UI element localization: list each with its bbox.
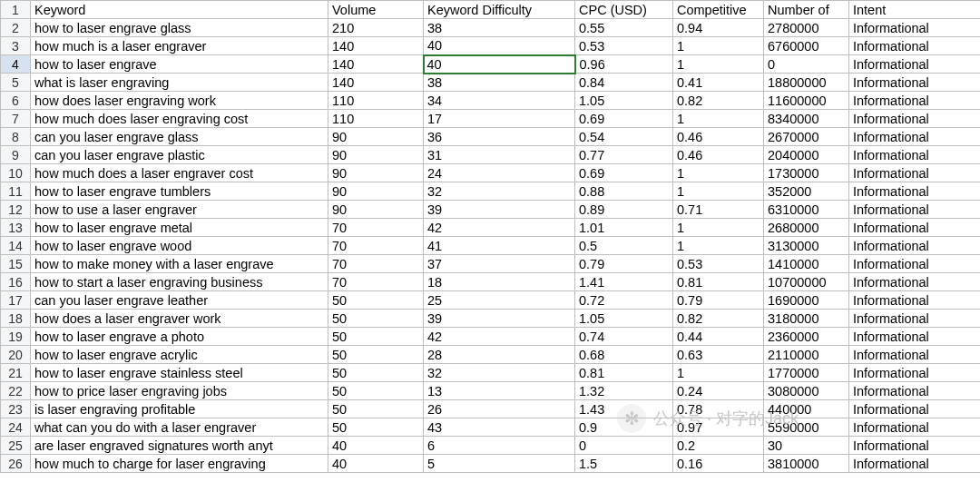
cell-e[interactable]: 1 — [673, 219, 764, 237]
cell-b[interactable]: 50 — [328, 310, 424, 328]
cell-d[interactable]: 1.01 — [575, 219, 673, 237]
row-number[interactable]: 7 — [1, 110, 31, 128]
cell-a[interactable]: what is laser engraving — [31, 74, 328, 92]
cell-b[interactable]: 50 — [328, 364, 424, 382]
cell-d[interactable]: 1.41 — [575, 273, 673, 291]
cell-g[interactable]: Informational — [849, 201, 981, 219]
cell-g[interactable]: Informational — [849, 110, 981, 128]
cell-e[interactable]: 0.82 — [673, 92, 764, 110]
cell-a[interactable]: how much is a laser engraver — [31, 37, 328, 55]
cell-e[interactable]: 0.97 — [673, 418, 764, 437]
cell-c[interactable]: 36 — [424, 128, 575, 146]
cell-a[interactable]: what can you do with a laser engraver — [31, 418, 328, 437]
cell-d[interactable]: 0.74 — [575, 328, 673, 346]
row-number-header[interactable]: 1 — [1, 1, 31, 19]
spreadsheet-table[interactable]: 1KeywordVolumeKeyword DifficultyCPC (USD… — [0, 0, 980, 473]
cell-f[interactable]: 3180000 — [764, 310, 849, 328]
cell-d[interactable]: 0.54 — [575, 128, 673, 146]
cell-e[interactable]: 0.41 — [673, 74, 764, 92]
cell-f[interactable]: 3130000 — [764, 237, 849, 255]
row-number[interactable]: 6 — [1, 92, 31, 110]
cell-f[interactable]: 2040000 — [764, 146, 849, 164]
cell-c[interactable]: 39 — [424, 310, 575, 328]
cell-d[interactable]: 0.77 — [575, 146, 673, 164]
cell-f[interactable]: 1410000 — [764, 255, 849, 273]
cell-c[interactable]: 31 — [424, 146, 575, 164]
cell-f[interactable]: 6310000 — [764, 201, 849, 219]
cell-g[interactable]: Informational — [849, 455, 981, 473]
cell-b[interactable]: 110 — [328, 92, 424, 110]
cell-d[interactable]: 0.84 — [575, 74, 673, 92]
cell-c[interactable]: 18 — [424, 273, 575, 291]
cell-a[interactable]: how to laser engrave metal — [31, 219, 328, 237]
cell-b[interactable]: 70 — [328, 219, 424, 237]
cell-d[interactable]: 0.88 — [575, 182, 673, 201]
cell-b[interactable]: 140 — [328, 37, 424, 55]
cell-a[interactable]: how much does laser engraving cost — [31, 110, 328, 128]
cell-b[interactable]: 90 — [328, 182, 424, 201]
row-number[interactable]: 14 — [1, 237, 31, 255]
cell-a[interactable]: how to use a laser engraver — [31, 201, 328, 219]
cell-f[interactable]: 30 — [764, 437, 849, 455]
cell-d[interactable]: 0.53 — [575, 37, 673, 55]
cell-b[interactable]: 70 — [328, 237, 424, 255]
row-number[interactable]: 17 — [1, 291, 31, 310]
cell-e[interactable]: 1 — [673, 55, 764, 74]
cell-c[interactable]: 34 — [424, 92, 575, 110]
cell-a[interactable]: how much to charge for laser engraving — [31, 455, 328, 473]
cell-d[interactable]: 0.69 — [575, 164, 673, 182]
header-a[interactable]: Keyword — [31, 1, 328, 19]
cell-a[interactable]: how does laser engraving work — [31, 92, 328, 110]
cell-d[interactable]: 0.81 — [575, 364, 673, 382]
cell-f[interactable]: 1730000 — [764, 164, 849, 182]
cell-e[interactable]: 0.16 — [673, 455, 764, 473]
row-number[interactable]: 24 — [1, 418, 31, 437]
cell-c[interactable]: 42 — [424, 328, 575, 346]
cell-a[interactable]: can you laser engrave plastic — [31, 146, 328, 164]
cell-d[interactable]: 1.32 — [575, 382, 673, 400]
cell-b[interactable]: 110 — [328, 110, 424, 128]
cell-f[interactable]: 2680000 — [764, 219, 849, 237]
header-b[interactable]: Volume — [328, 1, 424, 19]
cell-c[interactable]: 13 — [424, 382, 575, 400]
cell-d[interactable]: 0.5 — [575, 237, 673, 255]
cell-a[interactable]: is laser engraving profitable — [31, 400, 328, 418]
cell-f[interactable]: 440000 — [764, 400, 849, 418]
cell-d[interactable]: 0 — [575, 437, 673, 455]
cell-g[interactable]: Informational — [849, 437, 981, 455]
cell-g[interactable]: Informational — [849, 219, 981, 237]
cell-g[interactable]: Informational — [849, 164, 981, 182]
cell-d[interactable]: 0.69 — [575, 110, 673, 128]
cell-a[interactable]: how to laser engrave stainless steel — [31, 364, 328, 382]
cell-a[interactable]: how to laser engrave wood — [31, 237, 328, 255]
cell-d[interactable]: 1.05 — [575, 310, 673, 328]
cell-a[interactable]: how to laser engrave — [31, 55, 328, 74]
row-number[interactable]: 19 — [1, 328, 31, 346]
cell-c[interactable]: 39 — [424, 201, 575, 219]
cell-g[interactable]: Informational — [849, 237, 981, 255]
cell-b[interactable]: 90 — [328, 201, 424, 219]
cell-g[interactable]: Informational — [849, 55, 981, 74]
row-number[interactable]: 9 — [1, 146, 31, 164]
row-number[interactable]: 2 — [1, 19, 31, 37]
cell-b[interactable]: 40 — [328, 455, 424, 473]
cell-d[interactable]: 0.68 — [575, 346, 673, 364]
cell-e[interactable]: 0.94 — [673, 19, 764, 37]
cell-b[interactable]: 50 — [328, 382, 424, 400]
row-number[interactable]: 23 — [1, 400, 31, 418]
cell-c[interactable]: 37 — [424, 255, 575, 273]
cell-c[interactable]: 25 — [424, 291, 575, 310]
cell-g[interactable]: Informational — [849, 364, 981, 382]
cell-e[interactable]: 1 — [673, 237, 764, 255]
cell-f[interactable]: 10700000 — [764, 273, 849, 291]
row-number[interactable]: 11 — [1, 182, 31, 201]
cell-e[interactable]: 0.81 — [673, 273, 764, 291]
cell-f[interactable]: 2670000 — [764, 128, 849, 146]
cell-g[interactable]: Informational — [849, 19, 981, 37]
cell-f[interactable]: 2360000 — [764, 328, 849, 346]
cell-e[interactable]: 0.53 — [673, 255, 764, 273]
row-number[interactable]: 25 — [1, 437, 31, 455]
cell-a[interactable]: can you laser engrave leather — [31, 291, 328, 310]
cell-e[interactable]: 0.24 — [673, 382, 764, 400]
cell-c[interactable]: 17 — [424, 110, 575, 128]
